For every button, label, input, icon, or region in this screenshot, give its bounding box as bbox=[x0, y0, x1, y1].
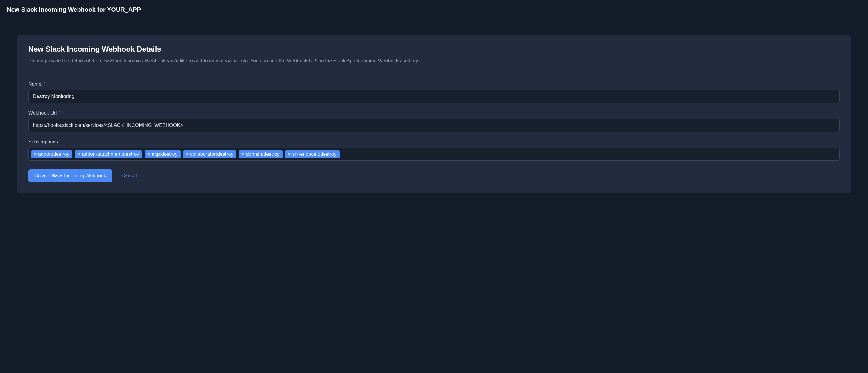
close-icon[interactable]: ✕ bbox=[77, 152, 81, 157]
page-title: New Slack Incoming Webhook for YOUR_APP bbox=[7, 6, 861, 13]
form-card: New Slack Incoming Webhook Details Pleas… bbox=[17, 35, 851, 193]
subscription-tag: ✕ sni-endpoint:destroy bbox=[285, 150, 340, 158]
webhook-url-label-text: Webhook Url bbox=[28, 110, 57, 115]
webhook-url-input[interactable] bbox=[28, 119, 840, 132]
name-label: Name * bbox=[28, 81, 840, 87]
subscription-tag: ✕ collaborator:destroy bbox=[183, 150, 237, 158]
subscription-tag: ✕ app:destroy bbox=[145, 150, 181, 158]
subscription-tag: ✕ addon:destroy bbox=[31, 150, 72, 158]
webhook-url-label: Webhook Url * bbox=[28, 110, 840, 116]
tag-label: domain:destroy bbox=[246, 151, 279, 157]
tag-label: sni-endpoint:destroy bbox=[292, 151, 337, 157]
webhook-url-field-group: Webhook Url * bbox=[28, 110, 840, 132]
tag-label: collaborator:destroy bbox=[190, 151, 234, 157]
close-icon[interactable]: ✕ bbox=[147, 152, 150, 157]
close-icon[interactable]: ✕ bbox=[185, 152, 189, 157]
content-wrapper: New Slack Incoming Webhook Details Pleas… bbox=[0, 19, 868, 210]
card-body: Name * Webhook Url * Subscriptions ✕ add… bbox=[17, 73, 851, 193]
card-header: New Slack Incoming Webhook Details Pleas… bbox=[17, 35, 851, 73]
subscriptions-label: Subscriptions bbox=[28, 139, 840, 145]
name-label-text: Name bbox=[28, 81, 41, 87]
cancel-button[interactable]: Cancel bbox=[122, 173, 137, 178]
required-marker: * bbox=[59, 110, 61, 115]
form-actions: Create Slack Incoming Webhook Cancel bbox=[28, 169, 840, 182]
name-input[interactable] bbox=[28, 90, 840, 103]
required-marker: * bbox=[43, 81, 45, 87]
card-subtitle: Please provide the details of the new Sl… bbox=[28, 57, 840, 65]
subscription-tag: ✕ domain:destroy bbox=[239, 150, 282, 158]
tag-label: addon-attachment:destroy bbox=[82, 151, 139, 157]
card-title: New Slack Incoming Webhook Details bbox=[28, 45, 840, 54]
subscription-tag: ✕ addon-attachment:destroy bbox=[75, 150, 142, 158]
subscriptions-input[interactable]: ✕ addon:destroy ✕ addon-attachment:destr… bbox=[28, 148, 840, 161]
close-icon[interactable]: ✕ bbox=[33, 152, 37, 157]
tag-label: app:destroy bbox=[152, 151, 178, 157]
create-webhook-button[interactable]: Create Slack Incoming Webhook bbox=[28, 169, 112, 182]
active-tab-indicator bbox=[7, 18, 16, 19]
tag-label: addon:destroy bbox=[38, 151, 69, 157]
close-icon[interactable]: ✕ bbox=[241, 152, 245, 157]
name-field-group: Name * bbox=[28, 81, 840, 103]
close-icon[interactable]: ✕ bbox=[287, 152, 291, 157]
page-header: New Slack Incoming Webhook for YOUR_APP bbox=[0, 0, 868, 19]
subscriptions-field-group: Subscriptions ✕ addon:destroy ✕ addon-at… bbox=[28, 139, 840, 161]
